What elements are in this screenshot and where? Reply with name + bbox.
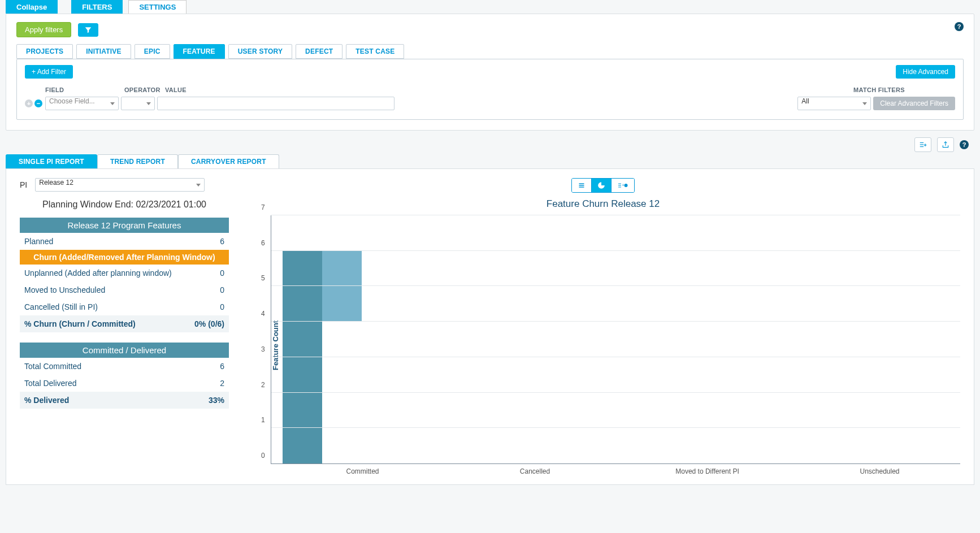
chart-title: Feature Churn Release 12 [246,198,960,210]
stat-label: Cancelled (Still in PI) [24,302,98,311]
ytick: 7 [261,203,265,211]
churn-summary-value: 0% (0/6) [194,319,224,328]
filter-tab-projects[interactable]: PROJECTS [16,44,73,59]
header-operator: OPERATOR [124,86,165,93]
delivered-summary-value: 33% [209,396,224,405]
filter-icon-button[interactable] [78,23,98,37]
help-icon[interactable]: ? [955,22,964,31]
stat-label: Planned [24,237,53,246]
ytick: 1 [261,416,265,424]
tab-settings[interactable]: SETTINGS [128,0,187,14]
funnel-icon [84,26,92,34]
stat-value: 6 [220,237,224,246]
view-combo-icon[interactable]: + [612,179,634,192]
filter-tab-test-case[interactable]: TEST CASE [346,44,404,59]
summary-column: PI Release 12 Planning Window End: 02/23… [20,178,229,475]
filter-tab-epic[interactable]: EPIC [135,44,170,59]
ytick: 6 [261,239,265,247]
match-select[interactable]: All [797,97,871,110]
report-tabs: SINGLE PI REPORTTREND REPORTCARRYOVER RE… [6,154,980,168]
filter-type-tabs: PROJECTSINITIATIVEEPICFEATUREUSER STORYD… [16,44,964,59]
stat-row: Total Delivered2 [20,375,229,392]
apply-filters-button[interactable]: Apply filters [16,22,71,37]
action-row: ? [0,137,980,154]
view-chart-icon[interactable] [592,179,612,192]
filter-tab-feature[interactable]: FEATURE [174,44,225,59]
add-filter-button[interactable]: + Add Filter [25,65,73,79]
chart-column: + Feature Churn Release 12 Feature Count… [246,178,960,475]
report-card: PI Release 12 Planning Window End: 02/23… [6,168,974,485]
section-header-committed: Committed / Delivered [20,343,229,358]
export-icon[interactable] [937,137,954,152]
stat-label: Total Delivered [24,379,77,388]
pi-label: PI [20,180,27,189]
header-match: MATCH FILTERS [853,86,955,93]
stat-value: 2 [220,379,224,388]
tab-filters[interactable]: FILTERS [71,0,123,14]
field-select[interactable]: Choose Field... [45,97,119,110]
chart-view-toggle: + [246,178,960,193]
filter-panel: ? Apply filters PROJECTSINITIATIVEEPICFE… [6,14,974,131]
section-header-program-features: Release 12 Program Features [20,218,229,233]
top-tabs: Collapse FILTERS SETTINGS [0,0,980,14]
svg-point-12 [625,184,628,187]
report-tab-trend-report[interactable]: TREND REPORT [97,154,178,168]
xtick: Moved to Different PI [615,467,788,475]
svg-text:+: + [622,183,625,187]
ytick: 2 [261,381,265,389]
stat-value: 0 [220,302,224,311]
add-row-icon[interactable]: + [25,99,33,107]
advanced-filter-box: + Add Filter Hide Advanced FIELD OPERATO… [16,59,964,120]
stat-value: 0 [220,285,224,294]
stat-row: Unplanned (Added after planning window)0 [20,265,229,281]
filter-tab-initiative[interactable]: INITIATIVE [76,44,131,59]
header-field: FIELD [45,86,124,93]
planning-window-text: Planning Window End: 02/23/2021 01:00 [20,200,229,210]
ytick: 5 [261,274,265,282]
hide-advanced-button[interactable]: Hide Advanced [896,65,955,79]
section-header-churn: Churn (Added/Removed After Planning Wind… [20,250,229,265]
stat-row: Cancelled (Still in PI)0 [20,298,229,315]
xtick: Cancelled [443,467,615,475]
stat-row: Planned6 [20,233,229,250]
stat-row: Total Committed6 [20,358,229,375]
value-input[interactable] [157,97,394,110]
report-tab-single-pi-report[interactable]: SINGLE PI REPORT [6,154,97,168]
view-list-icon[interactable] [572,179,592,192]
filter-tab-user-story[interactable]: USER STORY [228,44,292,59]
list-plus-icon[interactable] [914,137,931,152]
ytick: 3 [261,345,265,353]
help-icon[interactable]: ? [960,140,969,149]
stat-label: Unplanned (Added after planning window) [24,268,172,278]
filter-tab-defect[interactable]: DEFECT [296,44,342,59]
stat-value: 0 [220,268,224,278]
pi-select[interactable]: Release 12 [35,178,205,192]
ytick: 0 [261,452,265,460]
ytick: 4 [261,310,265,318]
report-tab-carryover-report[interactable]: CARRYOVER REPORT [178,154,279,168]
stat-label: Moved to Unscheduled [24,285,105,294]
header-value: VALUE [165,86,853,93]
collapse-button[interactable]: Collapse [6,0,58,14]
stat-value: 6 [220,362,224,371]
xtick: Committed [271,467,443,475]
churn-summary-label: % Churn (Churn / Committed) [24,319,136,328]
stat-label: Total Committed [24,362,81,371]
chart-plot: 01234567 [271,215,960,464]
operator-select[interactable] [121,97,155,110]
stat-row: Moved to Unscheduled0 [20,281,229,298]
clear-advanced-button[interactable]: Clear Advanced Filters [873,97,955,110]
delivered-summary-label: % Delivered [24,396,69,405]
remove-row-icon[interactable]: − [34,99,42,107]
xtick: Unscheduled [788,467,960,475]
